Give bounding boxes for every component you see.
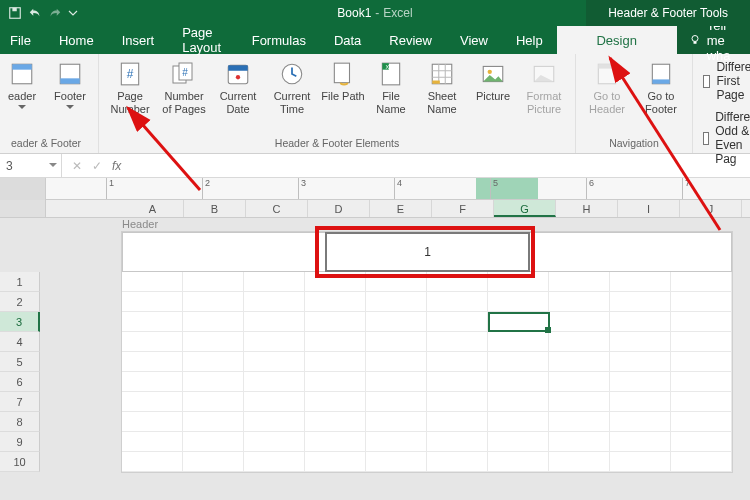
cell[interactable] — [122, 352, 183, 371]
cell[interactable] — [610, 372, 671, 391]
footer-button[interactable]: Footer — [48, 60, 92, 110]
tab-design[interactable]: Design — [557, 26, 677, 54]
cell[interactable] — [305, 452, 366, 471]
cell[interactable] — [305, 372, 366, 391]
tab-review[interactable]: Review — [375, 26, 446, 54]
column-header[interactable]: D — [308, 200, 370, 217]
redo-icon[interactable] — [48, 6, 62, 20]
cell[interactable] — [183, 352, 244, 371]
cell[interactable] — [610, 392, 671, 411]
file-name-button[interactable]: X File Name — [369, 60, 413, 115]
cell[interactable] — [488, 352, 549, 371]
header-button[interactable]: eader — [0, 60, 44, 110]
select-all-corner[interactable] — [0, 200, 46, 217]
go-to-footer-button[interactable]: Go to Footer — [636, 60, 686, 115]
column-header[interactable]: I — [618, 200, 680, 217]
cell[interactable] — [366, 352, 427, 371]
cell[interactable] — [427, 272, 488, 291]
enter-icon[interactable]: ✓ — [92, 159, 102, 173]
cell[interactable] — [549, 272, 610, 291]
cell[interactable] — [366, 292, 427, 311]
cell[interactable] — [671, 452, 732, 471]
column-header[interactable]: G — [494, 200, 556, 217]
cell[interactable] — [610, 352, 671, 371]
cell[interactable] — [122, 312, 183, 331]
cell[interactable] — [549, 332, 610, 351]
tab-help[interactable]: Help — [502, 26, 557, 54]
cell[interactable] — [549, 452, 610, 471]
cell[interactable] — [305, 292, 366, 311]
cell[interactable] — [244, 452, 305, 471]
cell[interactable] — [366, 332, 427, 351]
formula-input[interactable] — [131, 154, 750, 177]
save-icon[interactable] — [8, 6, 22, 20]
page-number-button[interactable]: # Page Number — [105, 60, 155, 115]
header-center-section[interactable]: 1 — [325, 232, 531, 272]
cell[interactable] — [366, 312, 427, 331]
cell[interactable] — [305, 272, 366, 291]
cell[interactable] — [610, 272, 671, 291]
cell[interactable] — [305, 312, 366, 331]
cell[interactable] — [549, 352, 610, 371]
cell-grid[interactable] — [122, 272, 732, 472]
cell[interactable] — [488, 452, 549, 471]
cell[interactable] — [610, 412, 671, 431]
cell[interactable] — [244, 272, 305, 291]
cell[interactable] — [183, 432, 244, 451]
cell[interactable] — [427, 412, 488, 431]
row-header[interactable]: 10 — [0, 452, 40, 472]
cell[interactable] — [122, 412, 183, 431]
tab-formulas[interactable]: Formulas — [238, 26, 320, 54]
cell[interactable] — [488, 312, 549, 331]
cell[interactable] — [122, 392, 183, 411]
cell[interactable] — [244, 292, 305, 311]
number-of-pages-button[interactable]: # Number of Pages — [159, 60, 209, 115]
qat-dropdown-icon[interactable] — [68, 8, 78, 18]
cell[interactable] — [610, 452, 671, 471]
cell[interactable] — [244, 392, 305, 411]
cell[interactable] — [671, 292, 732, 311]
cell[interactable] — [305, 392, 366, 411]
row-header[interactable]: 7 — [0, 392, 40, 412]
cell[interactable] — [427, 432, 488, 451]
column-header[interactable]: C — [246, 200, 308, 217]
cell[interactable] — [122, 432, 183, 451]
cell[interactable] — [244, 312, 305, 331]
cell[interactable] — [610, 312, 671, 331]
cell[interactable] — [549, 292, 610, 311]
cell[interactable] — [183, 372, 244, 391]
cell[interactable] — [244, 352, 305, 371]
cell[interactable] — [183, 452, 244, 471]
cell[interactable] — [183, 312, 244, 331]
cell[interactable] — [671, 352, 732, 371]
header-right-section[interactable] — [529, 233, 731, 271]
cell[interactable] — [122, 452, 183, 471]
cell[interactable] — [488, 432, 549, 451]
cell[interactable] — [183, 412, 244, 431]
undo-icon[interactable] — [28, 6, 42, 20]
cell[interactable] — [305, 432, 366, 451]
cell[interactable] — [244, 332, 305, 351]
row-header[interactable]: 9 — [0, 432, 40, 452]
tab-file[interactable]: File — [0, 26, 45, 54]
cell[interactable] — [549, 372, 610, 391]
row-header[interactable]: 6 — [0, 372, 40, 392]
current-time-button[interactable]: Current Time — [267, 60, 317, 115]
cell[interactable] — [244, 372, 305, 391]
page-header[interactable]: 1 — [122, 232, 732, 272]
row-header[interactable]: 8 — [0, 412, 40, 432]
cell[interactable] — [671, 272, 732, 291]
cell[interactable] — [183, 392, 244, 411]
row-header[interactable]: 5 — [0, 352, 40, 372]
ruler-scale[interactable]: 1234567 — [46, 178, 750, 200]
column-header[interactable]: B — [184, 200, 246, 217]
cell[interactable] — [488, 272, 549, 291]
cancel-icon[interactable]: ✕ — [72, 159, 82, 173]
cell[interactable] — [610, 292, 671, 311]
cell[interactable] — [305, 412, 366, 431]
tab-page-layout[interactable]: Page Layout — [168, 26, 238, 54]
column-header[interactable]: F — [432, 200, 494, 217]
cell[interactable] — [427, 292, 488, 311]
cell[interactable] — [122, 292, 183, 311]
cell[interactable] — [671, 392, 732, 411]
